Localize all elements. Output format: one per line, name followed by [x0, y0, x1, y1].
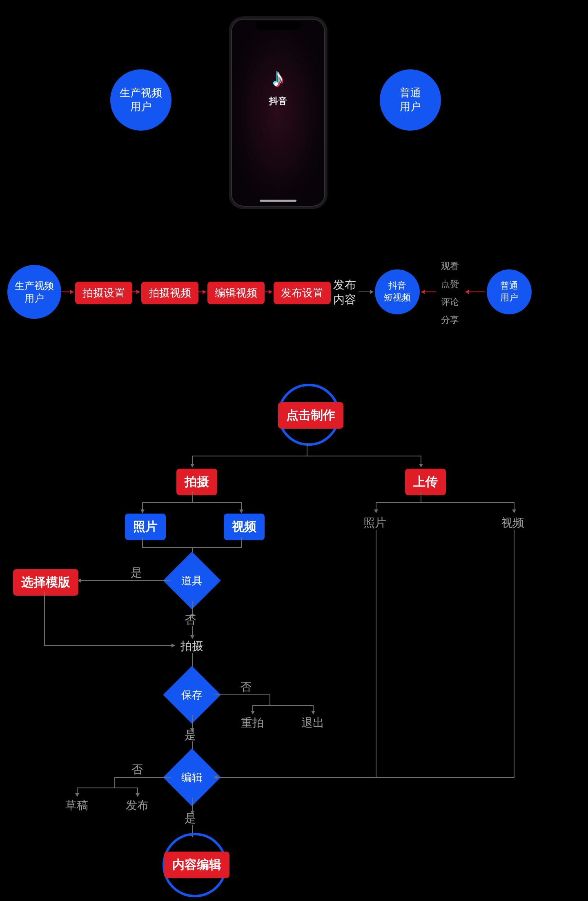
- pipeline-actions: 观看 点赞 评论 分享: [441, 257, 459, 329]
- pipeline-arrow-5: [421, 291, 436, 292]
- normal-user-label: 普通 用户: [400, 86, 421, 114]
- conn-to-draft: [77, 788, 78, 796]
- pipeline-action-share: 分享: [441, 311, 459, 329]
- pipeline-short-video: 抖音 短视频: [375, 269, 420, 314]
- conn-shoot-split: [142, 502, 242, 503]
- conn-to-shoot-action: [192, 626, 193, 638]
- conn-uploadphoto-long: [376, 530, 376, 777]
- pipeline-action-watch: 观看: [441, 257, 459, 275]
- flow-save-yes: 是: [185, 727, 196, 743]
- pipeline-arrow-1: [127, 291, 140, 292]
- flow-start: 点击制作: [278, 402, 343, 429]
- flow-upload-label: 上传: [413, 474, 438, 490]
- pipeline-action-like: 点赞: [441, 275, 459, 293]
- flow-video: 视频: [224, 514, 265, 540]
- flow-upload-video: 视频: [501, 515, 524, 531]
- flow-select-template: 选择模版: [13, 569, 78, 596]
- flow-edit-yes: 是: [185, 811, 196, 826]
- flow-edit-no: 否: [131, 762, 143, 777]
- conn-props-yes: [78, 580, 171, 581]
- pipeline-step-1: 拍摄视频: [141, 282, 198, 304]
- pipeline-step-2-label: 编辑视频: [215, 286, 257, 300]
- conn-upload-split: [376, 502, 514, 503]
- pipeline-creator-user-label: 生产视频 用户: [15, 279, 54, 305]
- conn-to-retake: [252, 705, 253, 714]
- flow-content-edit-label: 内容编辑: [172, 857, 221, 873]
- conn-edit-no-down: [114, 777, 115, 788]
- pipeline-step-1-label: 拍摄视频: [149, 286, 191, 300]
- pipeline-arrow-2: [194, 291, 206, 292]
- flow-photo-label: 照片: [133, 518, 158, 535]
- conn-draft-publish-split: [77, 788, 138, 788]
- flow-publish: 发布: [126, 798, 149, 813]
- conn-to-shoot: [192, 456, 193, 467]
- pipeline-arrow-4: [359, 291, 373, 292]
- conn-to-publish2: [137, 788, 138, 796]
- pipeline-normal-user-label: 普通 用户: [500, 280, 518, 303]
- conn-to-video: [241, 502, 242, 513]
- flow-upload-photo: 照片: [363, 515, 386, 531]
- conn-photo-d: [142, 537, 143, 547]
- conn-start-down: [307, 443, 307, 456]
- flow-exit: 退出: [301, 715, 324, 731]
- conn-retake-exit-split: [252, 705, 314, 706]
- pipeline-arrow-6: [466, 291, 485, 292]
- flow-retake: 重拍: [241, 715, 264, 731]
- flow-upload: 上传: [405, 469, 446, 495]
- pipeline-publish: 发布 内容: [333, 278, 356, 307]
- flow-props-yes: 是: [131, 565, 142, 581]
- flow-draft: 草稿: [65, 798, 88, 813]
- conn-template-right: [44, 645, 175, 646]
- flow-video-label: 视频: [232, 518, 256, 535]
- conn-split-top: [192, 456, 421, 456]
- pipeline-step-2: 编辑视频: [207, 282, 265, 304]
- phone-mockup: ♪ 抖音: [229, 16, 327, 209]
- flow-content-edit: 内容编辑: [164, 852, 229, 878]
- conn-to-upload-photo: [376, 502, 376, 513]
- pipeline-step-3-label: 发布设置: [281, 286, 323, 300]
- pipeline-creator-user: 生产视频 用户: [7, 265, 61, 319]
- flow-edit-label: 编辑: [181, 770, 203, 785]
- creator-user-label: 生产视频 用户: [120, 86, 162, 114]
- douyin-logo: ♪ 抖音: [269, 64, 287, 107]
- flow-save-no: 否: [240, 679, 252, 695]
- pipeline-short-video-label: 抖音 短视频: [384, 280, 411, 303]
- pipeline-arrow-3: [260, 291, 272, 292]
- creator-user-bubble: 生产视频 用户: [110, 69, 172, 131]
- conn-uploads-to-edit: [214, 777, 514, 778]
- flow-shoot: 拍摄: [176, 469, 217, 495]
- flow-start-label: 点击制作: [286, 407, 335, 424]
- conn-template-down: [44, 592, 45, 645]
- music-note-icon: ♪: [269, 64, 287, 92]
- conn-video-d: [241, 537, 242, 547]
- pipeline-normal-user: 普通 用户: [487, 269, 532, 314]
- app-name: 抖音: [269, 95, 287, 107]
- pipeline-arrow-0: [61, 291, 74, 292]
- conn-uploadvideo-long: [514, 530, 514, 777]
- pipeline-step-0: 拍摄设置: [75, 282, 132, 304]
- conn-to-exit: [313, 705, 314, 714]
- conn-to-upload: [421, 456, 421, 467]
- phone-notch: [256, 21, 301, 30]
- flow-photo: 照片: [125, 514, 166, 540]
- flow-props-no: 否: [185, 612, 196, 628]
- conn-shoot-down: [192, 492, 193, 502]
- pipeline-action-comment: 评论: [441, 293, 459, 311]
- pipeline-step-0-label: 拍摄设置: [82, 286, 125, 300]
- flow-select-template-label: 选择模版: [21, 574, 70, 591]
- flow-shoot-label: 拍摄: [185, 474, 209, 490]
- flow-props-label: 道具: [181, 574, 203, 588]
- conn-upload-down: [421, 492, 421, 502]
- normal-user-bubble: 普通 用户: [380, 69, 441, 131]
- conn-save-no-down: [270, 694, 270, 705]
- phone-home-indicator: [260, 200, 296, 202]
- pipeline-step-3: 发布设置: [274, 282, 331, 304]
- conn-to-photo: [142, 502, 143, 513]
- flow-save-label: 保存: [181, 688, 203, 702]
- flow-shoot-action: 拍摄: [180, 638, 203, 654]
- conn-to-upload-video: [514, 502, 514, 513]
